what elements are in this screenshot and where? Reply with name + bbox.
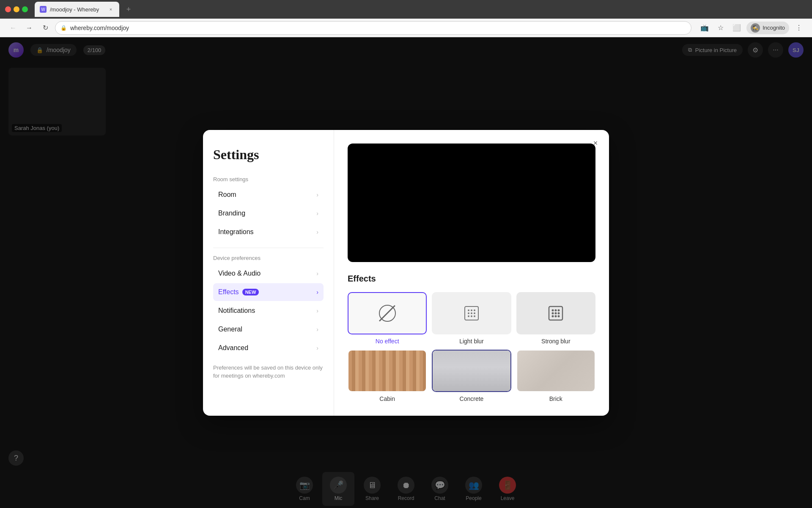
nav-general-label: General — [218, 326, 242, 333]
effect-cabin[interactable]: Cabin — [348, 350, 427, 402]
svg-point-9 — [474, 315, 475, 317]
back-button[interactable]: ← — [7, 22, 19, 34]
forward-button[interactable]: → — [23, 22, 36, 34]
svg-point-12 — [555, 309, 557, 311]
nav-integrations-label: Integrations — [218, 228, 254, 236]
nav-branding-chevron: › — [316, 210, 318, 217]
nav-branding-label: Branding — [218, 210, 245, 217]
minimize-window-button[interactable] — [14, 6, 19, 12]
tab-title: /moodjoy - Whereby — [50, 6, 104, 13]
incognito-label: Incognito — [763, 25, 785, 31]
refresh-button[interactable]: ↻ — [39, 22, 52, 34]
nav-notifications-label: Notifications — [218, 307, 255, 315]
nav-bar: ← → ↻ 🔒 whereby.com/moodjoy 📺 ☆ ⬜ 🕵 Inco… — [0, 19, 812, 37]
nav-advanced[interactable]: Advanced › — [213, 339, 324, 357]
settings-modal: × Settings Room settings Room › Branding… — [203, 130, 609, 416]
svg-point-4 — [468, 312, 469, 314]
brick-bg — [517, 351, 595, 391]
effect-brick[interactable]: Brick — [516, 350, 595, 402]
effect-card-brick[interactable] — [516, 350, 595, 392]
effect-card-light-blur[interactable] — [432, 292, 511, 334]
device-prefs-label: Device preferences — [213, 255, 324, 261]
svg-point-15 — [555, 312, 557, 314]
effect-name-no-effect: No effect — [376, 338, 399, 345]
nav-actions: 📺 ☆ ⬜ 🕵 Incognito ⋮ — [698, 22, 805, 34]
settings-content: Effects No effect — [334, 130, 609, 416]
room-settings-label: Room settings — [213, 176, 324, 182]
nav-effects[interactable]: Effects NEW › — [213, 283, 324, 301]
incognito-badge: 🕵 Incognito — [746, 22, 789, 34]
svg-point-13 — [558, 309, 560, 311]
address-text: whereby.com/moodjoy — [70, 25, 686, 31]
svg-point-1 — [468, 309, 469, 311]
nav-room[interactable]: Room › — [213, 186, 324, 204]
svg-point-8 — [471, 315, 472, 317]
effects-title: Effects — [348, 274, 595, 284]
nav-video-audio-chevron: › — [316, 270, 318, 277]
nav-general[interactable]: General › — [213, 320, 324, 338]
nav-general-chevron: › — [316, 326, 318, 333]
nav-video-audio-label: Video & Audio — [218, 270, 261, 277]
active-tab[interactable]: W /moodjoy - Whereby × — [35, 2, 119, 17]
nav-branding[interactable]: Branding › — [213, 204, 324, 222]
effect-name-light-blur: Light blur — [459, 338, 484, 345]
cabin-bg — [348, 351, 426, 391]
effect-name-strong-blur: Strong blur — [541, 338, 570, 345]
close-window-button[interactable] — [5, 6, 11, 12]
effect-card-strong-blur[interactable] — [516, 292, 595, 334]
effect-light-blur[interactable]: Light blur — [432, 292, 511, 345]
tab-bar: W /moodjoy - Whereby × + — [0, 0, 812, 19]
svg-point-18 — [555, 315, 557, 317]
svg-point-6 — [474, 312, 475, 314]
settings-title: Settings — [213, 147, 324, 163]
nav-integrations[interactable]: Integrations › — [213, 223, 324, 241]
effects-new-badge: NEW — [242, 289, 259, 295]
tab-favicon: W — [40, 6, 47, 13]
svg-point-14 — [552, 312, 554, 314]
strong-blur-icon — [547, 305, 564, 322]
effect-concrete[interactable]: Concrete — [432, 350, 511, 402]
menu-button[interactable]: ⋮ — [793, 22, 805, 34]
effect-name-brick: Brick — [549, 395, 562, 402]
effect-name-concrete: Concrete — [460, 395, 484, 402]
nav-advanced-chevron: › — [316, 345, 318, 351]
effect-card-concrete[interactable] — [432, 350, 511, 392]
svg-point-11 — [552, 309, 554, 311]
effect-no-effect[interactable]: No effect — [348, 292, 427, 345]
new-tab-button[interactable]: + — [123, 3, 134, 15]
light-blur-icon — [463, 305, 480, 322]
svg-point-16 — [558, 312, 560, 314]
incognito-avatar: 🕵 — [751, 23, 760, 33]
svg-point-5 — [471, 312, 472, 314]
modal-overlay: × Settings Room settings Room › Branding… — [0, 37, 812, 508]
modal-close-button[interactable]: × — [589, 137, 602, 150]
effects-grid: No effect — [348, 292, 595, 402]
nav-divider — [213, 248, 324, 248]
video-preview — [348, 144, 595, 262]
nav-room-chevron: › — [316, 191, 318, 198]
concrete-bg — [433, 351, 510, 391]
effect-card-no-effect[interactable] — [348, 292, 427, 334]
tab-close-button[interactable]: × — [107, 6, 114, 13]
lock-icon: 🔒 — [60, 25, 67, 31]
address-bar[interactable]: 🔒 whereby.com/moodjoy — [55, 21, 691, 35]
nav-integrations-chevron: › — [316, 229, 318, 235]
nav-notifications[interactable]: Notifications › — [213, 302, 324, 320]
cast-icon[interactable]: 📺 — [698, 22, 711, 34]
svg-point-3 — [474, 309, 475, 311]
no-effect-icon — [379, 305, 396, 322]
nav-effects-label: Effects — [218, 288, 239, 296]
effect-strong-blur[interactable]: Strong blur — [516, 292, 595, 345]
nav-video-audio[interactable]: Video & Audio › — [213, 265, 324, 282]
nav-room-label: Room — [218, 191, 236, 199]
svg-point-19 — [558, 315, 560, 317]
svg-point-7 — [468, 315, 469, 317]
effect-name-cabin: Cabin — [379, 395, 395, 402]
effect-card-cabin[interactable] — [348, 350, 427, 392]
traffic-lights — [5, 6, 28, 12]
bookmark-icon[interactable]: ☆ — [714, 22, 727, 34]
nav-notifications-chevron: › — [316, 307, 318, 314]
settings-sidebar: Settings Room settings Room › Branding ›… — [203, 130, 334, 416]
maximize-window-button[interactable] — [22, 6, 28, 12]
extensions-icon[interactable]: ⬜ — [730, 22, 743, 34]
